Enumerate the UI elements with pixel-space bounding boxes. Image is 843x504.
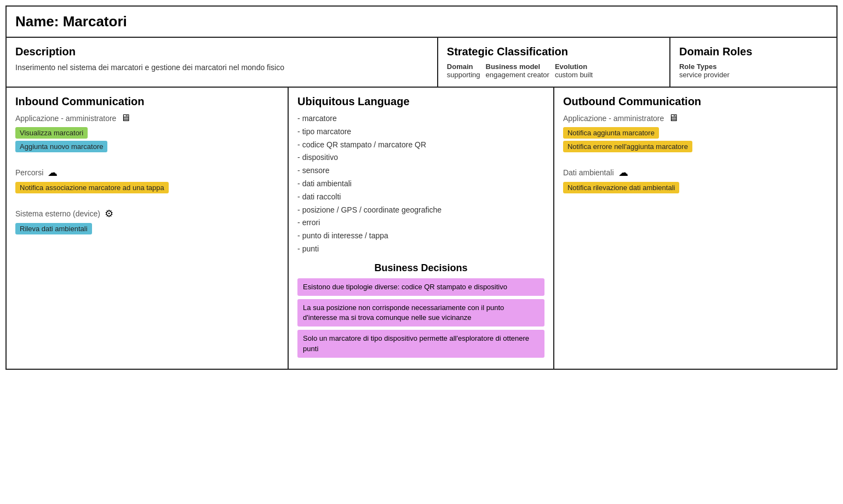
inbound-actor-3-header: Sistema esterno (device) ⚙ (15, 208, 279, 220)
badge-aggiunta: Aggiunta nuovo marcatore (15, 141, 107, 152)
business-decisions-header: Business Decisions (297, 262, 544, 274)
biz-decision-3: Solo un marcatore di tipo dispositivo pe… (297, 330, 544, 357)
outbound-actor-2-badges: Notifica rilevazione dati ambientali (563, 182, 828, 196)
outbound-actor-2-header: Dati ambientali ☁ (563, 167, 828, 179)
cloud-icon-outbound: ☁ (618, 167, 628, 179)
inbound-actor-3-badges: Rileva dati ambientali (15, 223, 279, 237)
monitor-icon: 🖥 (121, 112, 130, 124)
cloud-icon-inbound: ☁ (48, 167, 58, 179)
inbound-actor-1-name: Applicazione - amministratore (15, 114, 116, 123)
biz-decision-1: Esistono due tipologie diverse: codice Q… (297, 278, 544, 296)
business-model-value: engagement creator (486, 71, 549, 79)
role-types-label: Role Types (679, 62, 716, 71)
bottom-section: Inbound Communication Applicazione - amm… (7, 88, 836, 369)
title-row: Name: Marcatori (7, 7, 836, 38)
outbound-actor-2: Dati ambientali ☁ Notifica rilevazione d… (563, 167, 828, 196)
page-title: Name: Marcatori (15, 13, 828, 30)
badge-notifica-associazione: Notifica associazione marcatore ad una t… (15, 182, 169, 193)
outbound-header: Outbound Communication (563, 95, 828, 108)
inbound-header: Inbound Communication (15, 95, 279, 108)
business-model-label: Business model (486, 62, 541, 71)
description-header: Description (15, 45, 428, 58)
strat-domain: Domain supporting (447, 62, 480, 79)
badge-notifica-errore: Notifica errore nell'aggiunta marcatore (563, 141, 692, 152)
main-card: Name: Marcatori Description Inserimento … (5, 5, 838, 370)
role-types-value: service provider (679, 71, 730, 79)
badge-notifica-rilevazione: Notifica rilevazione dati ambientali (563, 182, 680, 193)
outbound-column: Outbound Communication Applicazione - am… (554, 88, 836, 369)
term-6: - dati ambientali (297, 177, 544, 191)
term-7: - dati raccolti (297, 191, 544, 204)
outbound-actor-1-header: Applicazione - amministratore 🖥 (563, 112, 828, 124)
ubiquitous-terms: - marcatore - tipo marcatore - codice QR… (297, 112, 544, 256)
domain-roles-header: Domain Roles (679, 45, 828, 58)
gear-icon: ⚙ (105, 208, 113, 220)
inbound-actor-2-badges: Notifica associazione marcatore ad una t… (15, 182, 279, 196)
inbound-actor-1-badges: Visualizza marcatori Aggiunta nuovo marc… (15, 127, 279, 154)
outbound-actor-2-name: Dati ambientali (563, 168, 614, 177)
term-10: - punto di interesse / tappa (297, 230, 544, 243)
strategic-column: Strategic Classification Domain supporti… (438, 38, 670, 87)
badge-visualizza: Visualizza marcatori (15, 127, 88, 139)
strategic-header: Strategic Classification (447, 45, 661, 58)
outbound-actor-1-name: Applicazione - amministratore (563, 114, 664, 123)
domain-label: Domain (447, 62, 473, 71)
inbound-actor-2: Percorsi ☁ Notifica associazione marcato… (15, 167, 279, 196)
inbound-actor-3-name: Sistema esterno (device) (15, 209, 100, 218)
outbound-actor-1-badges: Notifica aggiunta marcatore Notifica err… (563, 127, 828, 154)
strat-evolution: Evolution custom built (555, 62, 593, 79)
outbound-actor-1: Applicazione - amministratore 🖥 Notifica… (563, 112, 828, 154)
term-3: - codice QR stampato / marcatore QR (297, 139, 544, 152)
badge-rileva: Rileva dati ambientali (15, 223, 92, 234)
biz-decision-2: La sua posizione non corrisponde necessa… (297, 299, 544, 327)
inbound-actor-2-name: Percorsi (15, 168, 43, 177)
evolution-value: custom built (555, 71, 593, 79)
term-11: - punti (297, 243, 544, 256)
description-text: Inserimento nel sistema dei marcatori e … (15, 62, 428, 73)
badge-notifica-aggiunta: Notifica aggiunta marcatore (563, 127, 659, 139)
ubiquitous-column: Ubiquitous Language - marcatore - tipo m… (289, 88, 554, 369)
evolution-label: Evolution (555, 62, 587, 71)
business-decisions-list: Esistono due tipologie diverse: codice Q… (297, 278, 544, 358)
description-column: Description Inserimento nel sistema dei … (7, 38, 438, 87)
domain-value: supporting (447, 71, 480, 79)
domain-roles-column: Domain Roles Role Types service provider (670, 38, 836, 87)
ubiquitous-header: Ubiquitous Language (297, 95, 544, 108)
term-9: - errori (297, 216, 544, 230)
inbound-actor-3: Sistema esterno (device) ⚙ Rileva dati a… (15, 208, 279, 237)
monitor-icon-outbound: 🖥 (668, 112, 678, 124)
term-4: - dispositivo (297, 151, 544, 164)
strat-business-model: Business model engagement creator (486, 62, 549, 79)
inbound-actor-1-header: Applicazione - amministratore 🖥 (15, 112, 279, 124)
top-section: Description Inserimento nel sistema dei … (7, 38, 836, 88)
inbound-column: Inbound Communication Applicazione - amm… (7, 88, 289, 369)
term-2: - tipo marcatore (297, 125, 544, 139)
term-1: - marcatore (297, 112, 544, 125)
inbound-actor-1: Applicazione - amministratore 🖥 Visualiz… (15, 112, 279, 154)
term-8: - posizione / GPS / coordinate geografic… (297, 204, 544, 217)
inbound-actor-2-header: Percorsi ☁ (15, 167, 279, 179)
strategic-grid: Domain supporting Business model engagem… (447, 62, 661, 79)
role-types-item: Role Types service provider (679, 62, 828, 79)
term-5: - sensore (297, 164, 544, 177)
